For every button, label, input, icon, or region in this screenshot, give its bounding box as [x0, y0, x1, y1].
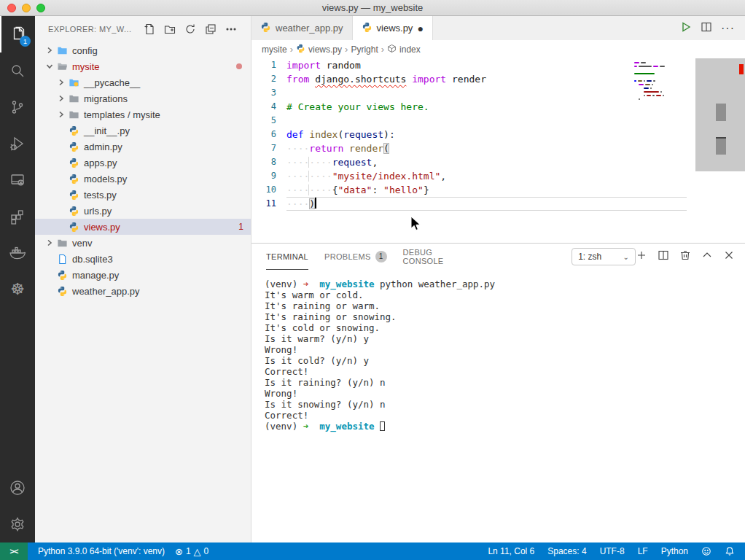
- minimap[interactable]: [634, 61, 687, 101]
- python-icon: [296, 44, 305, 55]
- activity-explorer-icon[interactable]: 1: [0, 16, 35, 52]
- code-line-8[interactable]: 8········request,: [251, 155, 745, 169]
- status-python[interactable]: Python: [661, 546, 688, 556]
- run-file-button[interactable]: [680, 21, 692, 36]
- remote-indicator[interactable]: ><: [0, 542, 28, 560]
- tree-item-mysite[interactable]: mysite: [35, 58, 251, 74]
- breadcrumb[interactable]: mysite›views.py›Pyright›index: [251, 40, 745, 58]
- modified-dot-icon[interactable]: ●: [417, 23, 423, 34]
- notifications-bell-icon[interactable]: [725, 546, 735, 556]
- tree-item--pycache-[interactable]: __pycache__: [35, 74, 251, 90]
- code-line-4[interactable]: 4# Create your views here.: [251, 100, 745, 114]
- status-bar: >< Python 3.9.0 64-bit ('venv': venv) ⊗ …: [0, 542, 745, 560]
- terminal-output[interactable]: (venv) ➜ my_website python weather_app.p…: [251, 270, 745, 542]
- code-text: from django.shortcuts import render: [286, 72, 486, 86]
- tree-item-label: config: [72, 45, 98, 56]
- terminal-line: (venv) ➜ my_website python weather_app.p…: [265, 279, 745, 289]
- tree-item-migrations[interactable]: migrations: [35, 90, 251, 106]
- new-folder-icon[interactable]: [162, 21, 178, 37]
- status-utf-8[interactable]: UTF-8: [600, 546, 625, 556]
- activity-kubernetes-icon[interactable]: ☸: [0, 271, 35, 308]
- close-panel-icon[interactable]: [723, 249, 735, 264]
- activity-account-icon[interactable]: [0, 470, 35, 506]
- activity-search-icon[interactable]: [0, 52, 35, 89]
- tree-item-apps-py[interactable]: apps.py: [35, 155, 251, 171]
- python-icon: [67, 125, 80, 136]
- maximize-panel-icon[interactable]: [701, 249, 713, 264]
- breadcrumb-item-pyright[interactable]: Pyright: [351, 44, 378, 55]
- activity-remote-explorer-icon[interactable]: [0, 162, 35, 198]
- shell-select-value: 1: zsh: [578, 252, 601, 262]
- tree-item-manage-py[interactable]: manage.py: [35, 267, 251, 283]
- tree-item-admin-py[interactable]: admin.py: [35, 139, 251, 155]
- minimize-window-button[interactable]: [22, 4, 31, 12]
- collapse-all-icon[interactable]: [203, 21, 219, 37]
- code-line-6[interactable]: 6def index(request):: [251, 128, 745, 141]
- problems-count-badge: 1: [375, 251, 387, 262]
- code-editor[interactable]: 1import random2from django.shortcuts imp…: [251, 58, 745, 243]
- scrollbar-thumb[interactable]: [716, 137, 726, 155]
- panel-tab-debug-console[interactable]: DEBUG CONSOLE: [403, 244, 447, 270]
- editor-scrollbar[interactable]: [695, 58, 745, 171]
- tree-item-models-py[interactable]: models.py: [35, 171, 251, 187]
- split-editor-icon[interactable]: [701, 21, 712, 36]
- modified-dot: [236, 63, 242, 69]
- code-text: ····return render(: [286, 141, 389, 155]
- close-window-button[interactable]: [7, 4, 16, 12]
- code-line-5[interactable]: 5: [251, 114, 745, 128]
- code-line-7[interactable]: 7····return render(: [251, 141, 745, 155]
- problems-status[interactable]: ⊗ 1 △ 0: [175, 546, 208, 557]
- tree-item-config[interactable]: config: [35, 42, 251, 58]
- tree-item-label: migrations: [84, 93, 128, 104]
- editor-tab-weather-app-py[interactable]: weather_app.py: [251, 16, 353, 40]
- code-line-10[interactable]: 10········{"data": "hello"}: [251, 183, 745, 197]
- terminal-line: Wrong!: [265, 388, 745, 399]
- status-spaces-4[interactable]: Spaces: 4: [547, 546, 586, 556]
- status-ln-11-col-6[interactable]: Ln 11, Col 6: [488, 546, 534, 556]
- activity-extensions-icon[interactable]: [0, 198, 35, 235]
- activity-settings-icon[interactable]: [0, 506, 35, 542]
- python-icon: [55, 286, 69, 297]
- refresh-icon[interactable]: [182, 21, 198, 37]
- breadcrumb-item-views-py[interactable]: views.py: [296, 44, 342, 55]
- activity-docker-icon[interactable]: [0, 235, 35, 271]
- tree-item-urls-py[interactable]: urls.py: [35, 203, 251, 219]
- panel-tab-terminal[interactable]: TERMINAL: [266, 244, 308, 270]
- tree-item-tests-py[interactable]: tests.py: [35, 187, 251, 203]
- breadcrumb-separator: ›: [290, 44, 293, 55]
- tree-item-templates-mysite[interactable]: templates / mysite: [35, 106, 251, 122]
- code-line-9[interactable]: 9········"mysite/index.html",: [251, 169, 745, 183]
- tree-item-venv[interactable]: venv: [35, 235, 251, 251]
- activity-run-debug-icon[interactable]: [0, 125, 35, 162]
- new-file-icon[interactable]: [141, 21, 157, 37]
- code-line-11[interactable]: 11····): [251, 197, 745, 211]
- tree-item-weather-app-py[interactable]: weather_app.py: [35, 283, 251, 299]
- activity-source-control-icon[interactable]: [0, 89, 35, 125]
- line-number: 2: [251, 72, 286, 86]
- database-icon: [55, 254, 69, 265]
- chevron-right-icon: [55, 95, 67, 102]
- more-icon[interactable]: [223, 21, 239, 37]
- editor-more-actions-icon[interactable]: ···: [721, 22, 735, 35]
- tree-item--init-py[interactable]: __init__.py: [35, 122, 251, 139]
- tree-item-db-sqlite3[interactable]: db.sqlite3: [35, 251, 251, 267]
- terminal-shell-select[interactable]: 1: zsh⌄: [572, 248, 636, 265]
- new-terminal-icon[interactable]: [636, 249, 647, 264]
- kill-terminal-icon[interactable]: [679, 249, 691, 264]
- split-terminal-icon[interactable]: [658, 249, 669, 264]
- scrollbar-thumb[interactable]: [716, 104, 726, 121]
- tab-label: views.py: [377, 23, 413, 34]
- python-interpreter-status[interactable]: Python 3.9.0 64-bit ('venv': venv): [38, 546, 165, 556]
- chevron-down-icon: ⌄: [623, 253, 629, 261]
- breadcrumb-item-index[interactable]: index: [387, 44, 421, 55]
- terminal-line: Correct!: [265, 410, 745, 421]
- line-number: 11: [251, 197, 286, 211]
- breadcrumb-item-mysite[interactable]: mysite: [262, 44, 287, 55]
- tree-item-views-py[interactable]: views.py1: [35, 219, 251, 235]
- panel-tab-problems[interactable]: PROBLEMS1: [324, 244, 387, 270]
- code-text: ····): [286, 197, 316, 211]
- zoom-window-button[interactable]: [36, 4, 45, 12]
- feedback-smiley-icon[interactable]: [701, 546, 711, 556]
- editor-tab-views-py[interactable]: views.py●: [353, 16, 433, 40]
- status-lf[interactable]: LF: [638, 546, 648, 556]
